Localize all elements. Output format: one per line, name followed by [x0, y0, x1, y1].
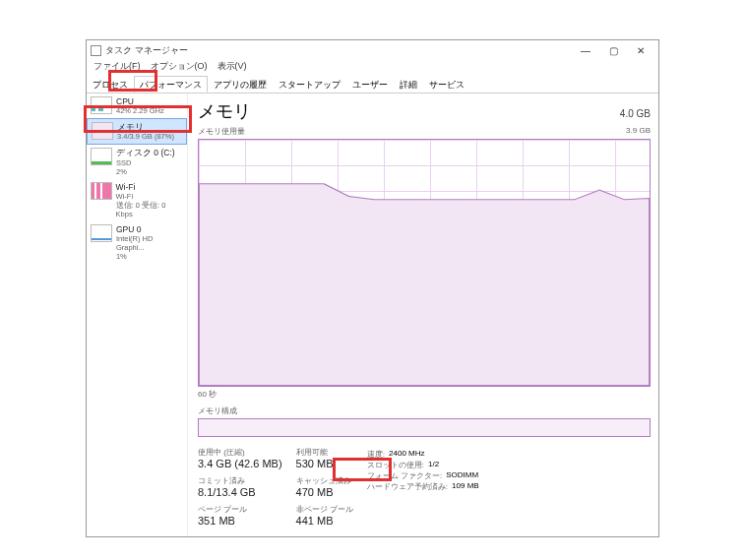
paged-label: ページ プール	[198, 504, 282, 515]
gpu-sub: Intel(R) HD Graphi... 1%	[116, 234, 183, 261]
sidebar-item-disk[interactable]: ディスク 0 (C:)SSD 2%	[87, 145, 187, 178]
window-title: タスク マネージャー	[105, 44, 188, 57]
memory-composition-bar	[198, 418, 651, 437]
nonpaged-label: 非ページ プール	[296, 504, 353, 515]
gpu-thumb-icon	[91, 224, 112, 242]
menu-file[interactable]: ファイル(F)	[89, 60, 146, 76]
menu-view[interactable]: 表示(V)	[213, 60, 252, 76]
hw-key: ハードウェア予約済み:	[367, 481, 448, 492]
titlebar[interactable]: タスク マネージャー — ▢ ✕	[87, 40, 658, 60]
tab-app-history[interactable]: アプリの履歴	[208, 76, 273, 93]
sidebar-item-wifi[interactable]: Wi-FiWi-Fi 送信: 0 受信: 0 Kbps	[87, 179, 187, 221]
close-button[interactable]: ✕	[627, 45, 654, 56]
slots-value: 1/2	[428, 460, 439, 470]
cpu-thumb-icon	[91, 96, 112, 114]
sidebar-item-gpu[interactable]: GPU 0Intel(R) HD Graphi... 1%	[87, 221, 187, 264]
commit-label: コミット済み	[198, 475, 282, 486]
tab-startup[interactable]: スタートアップ	[273, 76, 346, 93]
usage-label: メモリ使用量	[198, 126, 245, 137]
slots-key: スロットの使用:	[367, 460, 424, 470]
nonpaged-value: 441 MB	[296, 515, 353, 527]
avail-value: 530 MB	[296, 458, 353, 469]
content: CPU42% 2.29 GHz メモリ3.4/3.9 GB (87%) ディスク…	[87, 93, 658, 536]
wifi-thumb-icon	[91, 182, 112, 200]
inuse-label: 使用中 (圧縮)	[198, 447, 282, 458]
cpu-title: CPU	[116, 96, 164, 106]
menu-options[interactable]: オプション(O)	[146, 60, 213, 76]
panel-heading: メモリ	[198, 99, 251, 123]
form-key: フォーム ファクター:	[367, 470, 442, 481]
task-manager-window: タスク マネージャー — ▢ ✕ ファイル(F) オプション(O) 表示(V) …	[86, 39, 659, 537]
tab-services[interactable]: サービス	[423, 76, 470, 93]
tab-users[interactable]: ユーザー	[346, 76, 394, 93]
memory-usage-chart	[198, 139, 651, 387]
sidebar: CPU42% 2.29 GHz メモリ3.4/3.9 GB (87%) ディスク…	[87, 93, 188, 536]
tabbar: プロセス パフォーマンス アプリの履歴 スタートアップ ユーザー 詳細 サービス	[87, 76, 658, 93]
disk-thumb-icon	[91, 148, 112, 165]
wifi-sub: Wi-Fi 送信: 0 受信: 0 Kbps	[116, 192, 183, 218]
speed-value: 2400 MHz	[389, 449, 424, 460]
disk-sub: SSD 2%	[116, 158, 175, 176]
chart-xlabel: 60 秒	[198, 389, 651, 400]
mem-title: メモリ	[117, 122, 174, 132]
cpu-sub: 42% 2.29 GHz	[116, 106, 164, 115]
memory-thumb-icon	[92, 122, 113, 140]
sidebar-item-cpu[interactable]: CPU42% 2.29 GHz	[87, 93, 187, 118]
gpu-title: GPU 0	[116, 224, 183, 234]
sidebar-item-memory[interactable]: メモリ3.4/3.9 GB (87%)	[87, 118, 187, 145]
cached-label: キャッシュ済み	[296, 475, 353, 486]
maximize-button[interactable]: ▢	[599, 45, 627, 56]
minimize-button[interactable]: —	[572, 45, 599, 56]
paged-value: 351 MB	[198, 515, 282, 527]
wifi-title: Wi-Fi	[116, 182, 183, 192]
app-icon	[91, 45, 101, 56]
mem-sub: 3.4/3.9 GB (87%)	[117, 132, 174, 141]
total-memory: 4.0 GB	[620, 108, 651, 119]
stats-block: 使用中 (圧縮) 3.4 GB (42.6 MB) コミット済み 8.1/13.…	[198, 447, 651, 532]
usage-max: 3.9 GB	[626, 126, 651, 137]
menubar: ファイル(F) オプション(O) 表示(V)	[87, 60, 658, 76]
disk-title: ディスク 0 (C:)	[116, 148, 175, 157]
speed-key: 速度:	[367, 449, 385, 460]
main-panel: メモリ 4.0 GB メモリ使用量 3.9 GB 60 秒 メモリ構成 使用中 …	[188, 93, 658, 536]
cached-value: 470 MB	[296, 486, 353, 498]
inuse-value: 3.4 GB (42.6 MB)	[198, 458, 282, 469]
avail-label: 利用可能	[296, 447, 353, 458]
hw-value: 109 MB	[452, 481, 479, 492]
form-value: SODIMM	[446, 470, 478, 481]
composition-label: メモリ構成	[198, 405, 651, 416]
tab-processes[interactable]: プロセス	[87, 76, 134, 93]
tab-details[interactable]: 詳細	[394, 76, 423, 93]
tab-performance[interactable]: パフォーマンス	[134, 76, 208, 93]
commit-value: 8.1/13.4 GB	[198, 486, 282, 498]
